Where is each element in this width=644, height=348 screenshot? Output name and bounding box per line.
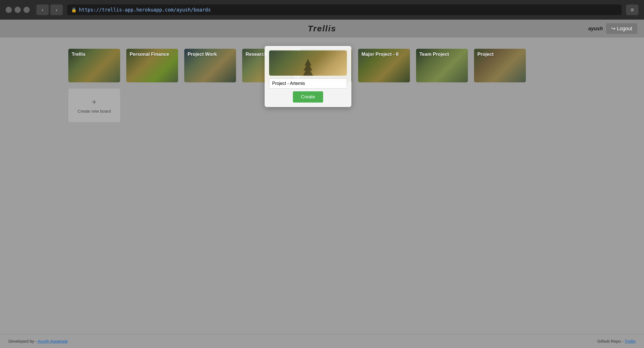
traffic-lights bbox=[6, 7, 30, 13]
board-card-label: Project bbox=[477, 52, 494, 57]
board-card-major2[interactable]: Major Project - II bbox=[358, 49, 410, 82]
create-board-label: Create new board bbox=[78, 109, 111, 113]
main-content: Trellis Personal Finance Project Work Re… bbox=[0, 38, 644, 334]
developed-by-label: Developed by - bbox=[8, 339, 37, 344]
repo-link[interactable]: Trellis bbox=[625, 339, 636, 344]
back-button[interactable]: ‹ bbox=[36, 4, 49, 15]
app-navbar: Trellis ayush ↪ Logout bbox=[0, 20, 644, 38]
new-board-title-input[interactable] bbox=[269, 78, 347, 89]
traffic-light-close bbox=[6, 7, 12, 13]
address-bar[interactable]: 🔒 https://trellis-app.herokuapp.com/ayus… bbox=[67, 4, 622, 15]
forward-button[interactable]: › bbox=[50, 4, 63, 15]
create-board-card[interactable]: + Create new board bbox=[68, 89, 120, 122]
board-card-label: Major Project - II bbox=[361, 52, 398, 57]
navbar-right: ayush ↪ Logout bbox=[588, 23, 637, 34]
popup-actions: Create bbox=[269, 91, 347, 103]
board-card-work[interactable]: Project Work bbox=[184, 49, 236, 82]
footer-left: Developed by - Ayush Aggarwal bbox=[8, 339, 68, 344]
plus-icon: + bbox=[92, 98, 96, 106]
board-card-label: Project Work bbox=[188, 52, 217, 57]
tree-decoration bbox=[302, 59, 314, 76]
author-link[interactable]: Ayush Aggarwal bbox=[38, 339, 67, 344]
lock-icon: 🔒 bbox=[71, 7, 77, 13]
nav-buttons: ‹ › bbox=[36, 4, 63, 15]
footer-right: Github Repo - Trellis bbox=[597, 339, 636, 344]
avatar: ayush bbox=[588, 26, 603, 32]
browser-chrome: ‹ › 🔒 https://trellis-app.herokuapp.com/… bbox=[0, 0, 644, 20]
board-card-research-container: Research Topics Create bbox=[242, 49, 294, 82]
board-card-trellis[interactable]: Trellis bbox=[68, 49, 120, 82]
logout-button[interactable]: ↪ Logout bbox=[606, 23, 637, 34]
traffic-light-maximize bbox=[24, 7, 30, 13]
board-card-label: Team Project bbox=[419, 52, 449, 57]
traffic-light-minimize bbox=[15, 7, 21, 13]
board-card-team[interactable]: Team Project bbox=[416, 49, 468, 82]
url-text: https://trellis-app.herokuapp.com/ayush/… bbox=[79, 7, 211, 13]
browser-menu-button[interactable]: ≡ bbox=[626, 4, 638, 15]
create-board-button[interactable]: Create bbox=[293, 91, 323, 103]
board-card-label: Trellis bbox=[72, 52, 85, 57]
footer: Developed by - Ayush Aggarwal Github Rep… bbox=[0, 334, 644, 348]
repo-label: Github Repo - bbox=[597, 339, 623, 344]
popup-bg-preview bbox=[269, 50, 347, 76]
board-card-project[interactable]: Project bbox=[474, 49, 526, 82]
board-card-finance[interactable]: Personal Finance bbox=[126, 49, 178, 82]
board-card-label: Personal Finance bbox=[130, 52, 169, 57]
new-board-popup: Create bbox=[265, 46, 351, 107]
board-grid: Trellis Personal Finance Project Work Re… bbox=[68, 49, 576, 122]
app-logo: Trellis bbox=[308, 24, 336, 33]
